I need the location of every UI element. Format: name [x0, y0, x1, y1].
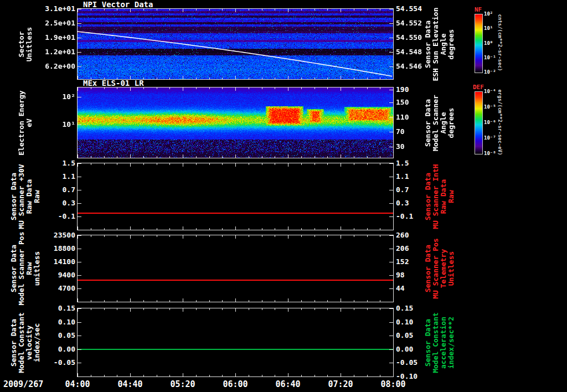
x-tick — [117, 228, 117, 230]
x-tick — [288, 76, 288, 79]
x-tick — [249, 375, 249, 376]
x-tick — [288, 163, 288, 167]
x-tick — [327, 163, 328, 165]
y-tick — [78, 52, 81, 53]
x-tick — [301, 300, 302, 302]
x-tick — [354, 300, 354, 302]
x-tick — [262, 9, 262, 11]
x-tick — [222, 78, 223, 79]
x-tick — [315, 235, 315, 237]
panel-right-axis-label: Sensor Data MU Scanner IntH Raw Data Raw — [424, 164, 455, 229]
x-tick — [78, 76, 78, 79]
x-tick — [354, 375, 354, 376]
panel-left-axis-label: Sensor Data MU Scanner +30V Raw Data Raw — [10, 164, 41, 229]
x-tick — [117, 300, 117, 302]
plot-panel-5 — [77, 308, 394, 377]
y-tick — [78, 203, 81, 204]
x-tick — [196, 375, 197, 376]
x-tick — [104, 87, 105, 89]
x-tick — [301, 228, 302, 230]
nf-colorbar — [475, 14, 483, 73]
x-tick — [354, 235, 354, 237]
x-tick — [91, 163, 91, 165]
x-tick — [235, 308, 236, 312]
x-tick — [341, 226, 341, 230]
x-tick — [222, 308, 223, 310]
date-label: 2009/267 — [3, 380, 43, 389]
x-tick — [288, 154, 288, 158]
colorbar-tick-label: 10⁻¹ — [484, 55, 499, 60]
colorbar-tick-label: 10² — [484, 11, 499, 17]
y-tick — [389, 376, 393, 377]
x-tick — [157, 228, 157, 230]
x-tick-label: 07:20 — [324, 380, 357, 389]
x-tick — [315, 308, 315, 310]
x-tick — [288, 373, 288, 376]
x-tick — [315, 163, 315, 165]
plot-page: NPI Vector Data MEx ELS-01 LR 2009/267 N… — [0, 0, 567, 392]
x-tick-label: 06:40 — [271, 380, 305, 389]
x-tick — [275, 87, 275, 89]
x-tick — [196, 228, 197, 230]
y-tick — [389, 163, 393, 164]
x-tick — [143, 163, 144, 165]
y-tick — [389, 147, 393, 147]
data-line — [78, 213, 393, 214]
x-tick — [196, 9, 197, 11]
y-tick — [78, 23, 81, 24]
x-tick — [288, 226, 288, 230]
x-tick — [367, 300, 368, 302]
colorbar-tick-label: 10⁰ — [484, 40, 499, 46]
x-tick — [143, 87, 144, 89]
panel-left-axis-label: Sensor Data Model Constant velocity inde… — [10, 312, 41, 373]
x-tick — [196, 235, 197, 237]
x-tick — [169, 156, 170, 158]
x-tick — [196, 87, 197, 89]
x-tick — [183, 298, 183, 302]
x-tick — [91, 308, 91, 310]
x-tick — [341, 9, 341, 12]
x-tick — [315, 156, 315, 158]
x-tick — [157, 163, 157, 165]
x-tick — [235, 298, 236, 302]
x-tick — [249, 87, 249, 89]
x-tick — [380, 156, 380, 158]
x-tick — [288, 87, 288, 91]
x-tick-label: 04:00 — [61, 380, 94, 389]
x-tick — [91, 78, 91, 79]
x-tick — [196, 156, 197, 158]
x-tick-label: 06:00 — [219, 380, 252, 389]
y-tick-label: 1.9e+01 — [32, 34, 75, 42]
x-tick — [91, 156, 91, 158]
x-tick — [117, 308, 117, 310]
x-tick — [262, 163, 262, 165]
colorbar-tick-label: 10⁻⁵ — [484, 104, 499, 110]
x-tick — [143, 78, 144, 79]
x-tick — [354, 9, 354, 11]
x-tick — [354, 156, 354, 158]
x-tick — [393, 373, 394, 376]
x-tick — [393, 235, 394, 239]
panel1-title: NPI Vector Data — [83, 1, 153, 9]
x-tick — [367, 308, 368, 310]
x-tick — [183, 308, 183, 312]
y-tick — [389, 249, 393, 249]
x-tick — [393, 298, 394, 302]
y-tick — [389, 190, 393, 190]
x-tick — [367, 375, 368, 376]
x-tick — [380, 308, 380, 310]
y-tick — [78, 288, 81, 289]
x-tick — [183, 87, 183, 91]
x-tick — [354, 163, 354, 165]
x-tick — [130, 163, 131, 167]
x-tick — [341, 154, 341, 158]
x-tick — [262, 78, 262, 79]
x-tick — [117, 235, 117, 237]
y-tick — [389, 66, 393, 67]
y-tick — [389, 262, 393, 262]
x-tick — [301, 78, 302, 79]
x-tick — [301, 163, 302, 165]
x-tick — [380, 228, 380, 230]
x-tick — [143, 156, 144, 158]
y-tick-label: 10² — [32, 93, 75, 101]
